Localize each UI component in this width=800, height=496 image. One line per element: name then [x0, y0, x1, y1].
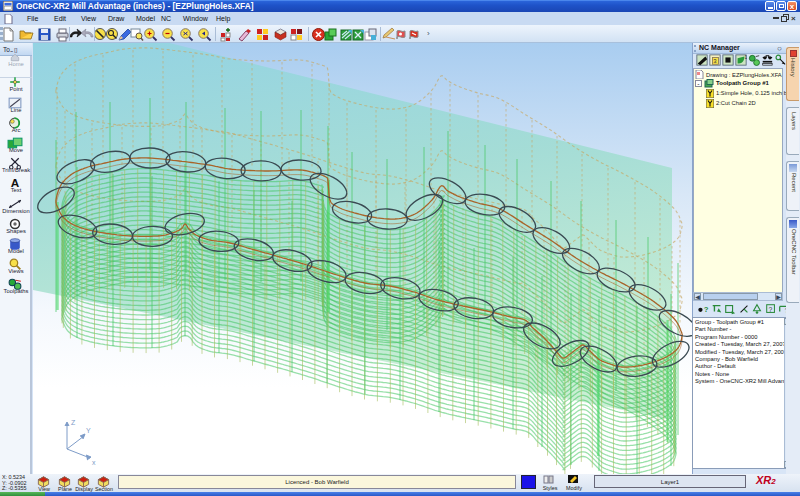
svg-text:?: ? — [704, 305, 709, 314]
svg-text:Z: Z — [71, 419, 76, 426]
svg-text:Y: Y — [86, 427, 91, 434]
svg-text:x: x — [92, 459, 96, 466]
svg-text:1: 1 — [744, 54, 747, 60]
svg-text:?: ? — [768, 306, 772, 313]
